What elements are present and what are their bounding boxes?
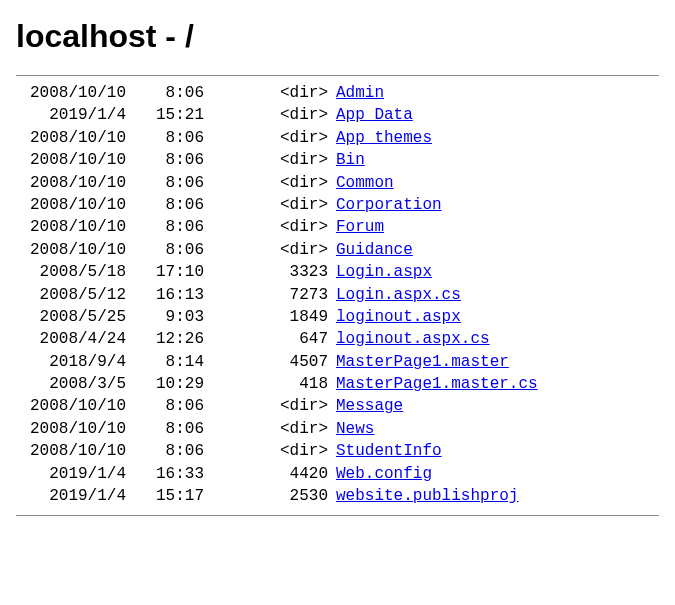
file-link[interactable]: Login.aspx.cs xyxy=(336,286,461,304)
file-name-cell: App_Data xyxy=(336,104,413,126)
file-link[interactable]: App_Data xyxy=(336,106,413,124)
file-name-cell: Guidance xyxy=(336,239,413,261)
file-date: 2008/10/10 xyxy=(16,172,126,194)
file-link[interactable]: loginout.aspx xyxy=(336,308,461,326)
list-item: 2008/5/259:031849loginout.aspx xyxy=(16,306,659,328)
file-time: 8:06 xyxy=(140,172,204,194)
file-name-cell: loginout.aspx.cs xyxy=(336,328,490,350)
list-item: 2008/10/108:06<dir>Corporation xyxy=(16,194,659,216)
file-size: 4507 xyxy=(218,351,328,373)
file-size: 2530 xyxy=(218,485,328,507)
file-date: 2008/5/25 xyxy=(16,306,126,328)
divider-bottom xyxy=(16,515,659,516)
file-link[interactable]: StudentInfo xyxy=(336,442,442,460)
file-date: 2008/10/10 xyxy=(16,149,126,171)
file-size: 1849 xyxy=(218,306,328,328)
list-item: 2008/10/108:06<dir>StudentInfo xyxy=(16,440,659,462)
file-size: <dir> xyxy=(218,127,328,149)
file-size: <dir> xyxy=(218,172,328,194)
file-link[interactable]: Common xyxy=(336,174,394,192)
file-date: 2008/5/12 xyxy=(16,284,126,306)
file-link[interactable]: Web.config xyxy=(336,465,432,483)
file-size: <dir> xyxy=(218,216,328,238)
file-size: <dir> xyxy=(218,239,328,261)
file-link[interactable]: Guidance xyxy=(336,241,413,259)
file-name-cell: StudentInfo xyxy=(336,440,442,462)
file-name-cell: MasterPage1.master xyxy=(336,351,509,373)
file-time: 8:06 xyxy=(140,440,204,462)
file-size: 7273 xyxy=(218,284,328,306)
list-item: 2008/10/108:06<dir>News xyxy=(16,418,659,440)
file-name-cell: Common xyxy=(336,172,394,194)
file-time: 8:06 xyxy=(140,418,204,440)
file-time: 9:03 xyxy=(140,306,204,328)
file-size: <dir> xyxy=(218,395,328,417)
file-link[interactable]: Corporation xyxy=(336,196,442,214)
file-name-cell: Admin xyxy=(336,82,384,104)
file-link[interactable]: Forum xyxy=(336,218,384,236)
file-date: 2008/10/10 xyxy=(16,440,126,462)
file-size: <dir> xyxy=(218,104,328,126)
file-name-cell: Message xyxy=(336,395,403,417)
file-name-cell: Login.aspx xyxy=(336,261,432,283)
list-item: 2008/3/510:29418MasterPage1.master.cs xyxy=(16,373,659,395)
file-time: 8:06 xyxy=(140,82,204,104)
file-name-cell: MasterPage1.master.cs xyxy=(336,373,538,395)
file-link[interactable]: Admin xyxy=(336,84,384,102)
file-link[interactable]: Message xyxy=(336,397,403,415)
file-size: 4420 xyxy=(218,463,328,485)
file-date: 2019/1/4 xyxy=(16,463,126,485)
file-link[interactable]: Bin xyxy=(336,151,365,169)
file-size: <dir> xyxy=(218,418,328,440)
file-time: 17:10 xyxy=(140,261,204,283)
file-size: <dir> xyxy=(218,149,328,171)
list-item: 2019/1/415:172530website.publishproj xyxy=(16,485,659,507)
list-item: 2008/10/108:06<dir>Admin xyxy=(16,82,659,104)
file-link[interactable]: website.publishproj xyxy=(336,487,518,505)
list-item: 2019/1/416:334420Web.config xyxy=(16,463,659,485)
file-size: <dir> xyxy=(218,194,328,216)
file-name-cell: Bin xyxy=(336,149,365,171)
file-date: 2008/10/10 xyxy=(16,395,126,417)
list-item: 2008/10/108:06<dir>Common xyxy=(16,172,659,194)
file-size: <dir> xyxy=(218,82,328,104)
page-title: localhost - / xyxy=(16,18,659,55)
file-link[interactable]: MasterPage1.master.cs xyxy=(336,375,538,393)
file-date: 2008/10/10 xyxy=(16,82,126,104)
list-item: 2008/10/108:06<dir>Forum xyxy=(16,216,659,238)
file-date: 2008/10/10 xyxy=(16,418,126,440)
file-name-cell: Web.config xyxy=(336,463,432,485)
file-date: 2008/5/18 xyxy=(16,261,126,283)
file-link[interactable]: MasterPage1.master xyxy=(336,353,509,371)
file-size: 3323 xyxy=(218,261,328,283)
file-name-cell: Forum xyxy=(336,216,384,238)
file-time: 8:06 xyxy=(140,239,204,261)
file-date: 2008/3/5 xyxy=(16,373,126,395)
file-link[interactable]: App_themes xyxy=(336,129,432,147)
file-link[interactable]: loginout.aspx.cs xyxy=(336,330,490,348)
file-date: 2008/10/10 xyxy=(16,239,126,261)
file-name-cell: App_themes xyxy=(336,127,432,149)
file-link[interactable]: Login.aspx xyxy=(336,263,432,281)
file-time: 8:14 xyxy=(140,351,204,373)
file-name-cell: website.publishproj xyxy=(336,485,518,507)
file-time: 8:06 xyxy=(140,395,204,417)
divider-top xyxy=(16,75,659,76)
file-size: <dir> xyxy=(218,440,328,462)
directory-listing: 2008/10/108:06<dir>Admin2019/1/415:21<di… xyxy=(16,82,659,507)
list-item: 2019/1/415:21<dir>App_Data xyxy=(16,104,659,126)
file-name-cell: loginout.aspx xyxy=(336,306,461,328)
list-item: 2008/10/108:06<dir>App_themes xyxy=(16,127,659,149)
file-name-cell: Login.aspx.cs xyxy=(336,284,461,306)
file-date: 2019/1/4 xyxy=(16,485,126,507)
file-time: 16:13 xyxy=(140,284,204,306)
file-link[interactable]: News xyxy=(336,420,374,438)
file-date: 2008/4/24 xyxy=(16,328,126,350)
list-item: 2008/10/108:06<dir>Guidance xyxy=(16,239,659,261)
file-name-cell: News xyxy=(336,418,374,440)
file-time: 8:06 xyxy=(140,216,204,238)
file-time: 16:33 xyxy=(140,463,204,485)
file-time: 15:17 xyxy=(140,485,204,507)
file-size: 418 xyxy=(218,373,328,395)
file-date: 2008/10/10 xyxy=(16,194,126,216)
